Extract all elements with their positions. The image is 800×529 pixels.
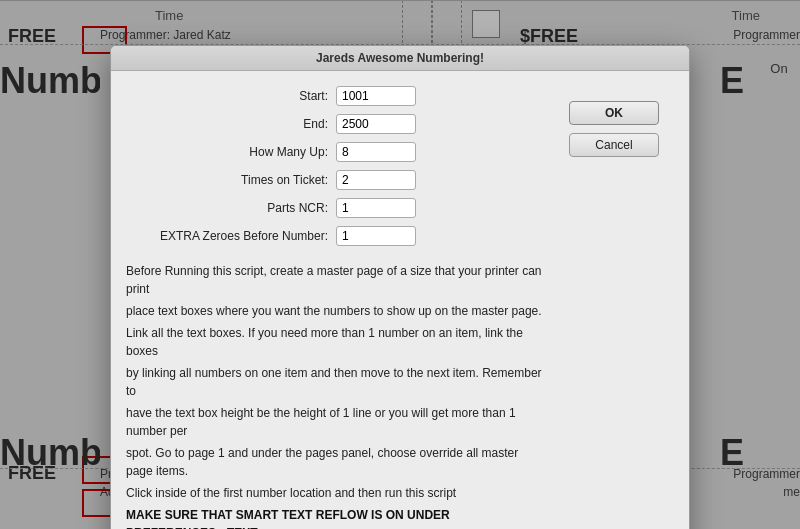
times-on-ticket-input[interactable] xyxy=(336,170,416,190)
form-label-end-input: End: xyxy=(126,117,336,131)
description-line: by linking all numbers on one item and t… xyxy=(126,364,546,400)
description-line: have the text box height be the height o… xyxy=(126,404,546,440)
form-label-extra-zeroes-input: EXTRA Zeroes Before Number: xyxy=(126,229,336,243)
form-row-times-on-ticket-input: Times on Ticket: xyxy=(126,170,554,190)
description-line: Link all the text boxes. If you need mor… xyxy=(126,324,546,360)
form-label-parts-ncr-input: Parts NCR: xyxy=(126,201,336,215)
dialog-form: Start:End:How Many Up:Times on Ticket:Pa… xyxy=(126,86,554,529)
how-many-up-input[interactable] xyxy=(336,142,416,162)
parts-ncr-input[interactable] xyxy=(336,198,416,218)
form-row-parts-ncr-input: Parts NCR: xyxy=(126,198,554,218)
dialog-body: Start:End:How Many Up:Times on Ticket:Pa… xyxy=(111,71,689,529)
form-label-start-input: Start: xyxy=(126,89,336,103)
extra-zeroes-input[interactable] xyxy=(336,226,416,246)
dialog-buttons: OK Cancel xyxy=(569,86,674,529)
warning-text: MAKE SURE THAT SMART TEXT REFLOW IS ON U… xyxy=(126,506,546,529)
start-input[interactable] xyxy=(336,86,416,106)
description-line: Before Running this script, create a mas… xyxy=(126,262,546,298)
form-row-how-many-up-input: How Many Up: xyxy=(126,142,554,162)
modal-overlay: Jareds Awesome Numbering! Start:End:How … xyxy=(0,0,800,529)
dialog-titlebar: Jareds Awesome Numbering! xyxy=(111,46,689,71)
form-label-how-many-up-input: How Many Up: xyxy=(126,145,336,159)
form-row-start-input: Start: xyxy=(126,86,554,106)
form-rows: Start:End:How Many Up:Times on Ticket:Pa… xyxy=(126,86,554,254)
form-label-times-on-ticket-input: Times on Ticket: xyxy=(126,173,336,187)
description-text: Before Running this script, create a mas… xyxy=(126,262,546,529)
description-lines: Before Running this script, create a mas… xyxy=(126,262,546,502)
form-row-extra-zeroes-input: EXTRA Zeroes Before Number: xyxy=(126,226,554,246)
description-line: spot. Go to page 1 and under the pages p… xyxy=(126,444,546,480)
dialog-title: Jareds Awesome Numbering! xyxy=(316,51,484,65)
form-row-end-input: End: xyxy=(126,114,554,134)
end-input[interactable] xyxy=(336,114,416,134)
description-line: Click inside of the first number locatio… xyxy=(126,484,546,502)
description-line: place text boxes where you want the numb… xyxy=(126,302,546,320)
ok-button[interactable]: OK xyxy=(569,101,659,125)
dialog: Jareds Awesome Numbering! Start:End:How … xyxy=(110,45,690,529)
cancel-button[interactable]: Cancel xyxy=(569,133,659,157)
